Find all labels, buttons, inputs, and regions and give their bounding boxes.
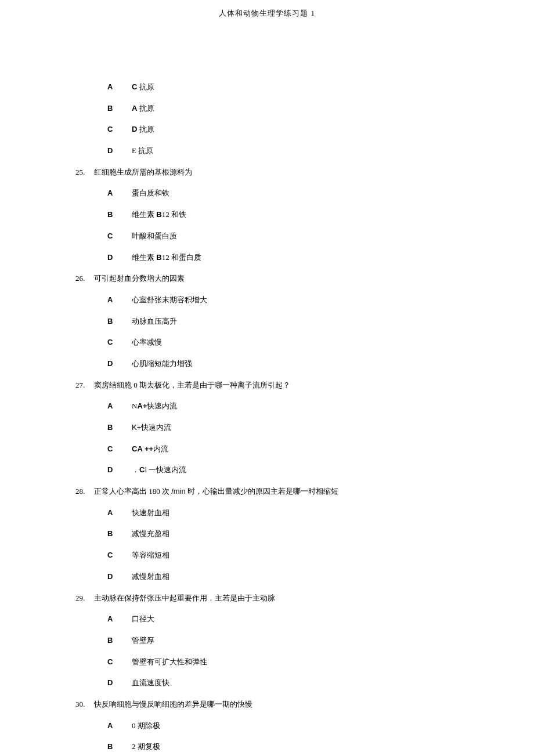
question-text: 主动脉在保持舒张压中起重要作用，主若是由于主动脉	[94, 591, 275, 606]
option-text: 维生素 B12 和蛋白质	[132, 251, 201, 265]
question-text: 快反响细胞与慢反响细胞的差异是哪一期的快慢	[94, 697, 252, 712]
option-rest: 抗原	[137, 104, 154, 113]
option-letter: C	[107, 442, 132, 457]
option-letter: D	[107, 144, 132, 158]
option-text: C 抗原	[132, 80, 154, 95]
option-letter: C	[107, 548, 132, 563]
question-row: 28.正常人心率高出 180 次 /min 时，心输出量减少的原因主若是哪一时相…	[75, 484, 476, 499]
question-text: 正常人心率高出 180 次 /min 时，心输出量减少的原因主若是哪一时相缩短	[94, 484, 338, 499]
option-row: CCA ++内流	[107, 442, 476, 457]
option-text: E 抗原	[132, 144, 153, 158]
option-text: CA ++内流	[132, 442, 168, 457]
options-block: A0 期除极B2 期复极C3 期复极D4 期自动除极	[75, 719, 476, 756]
option-rest: 抗原	[137, 125, 154, 133]
option-row: BK+快速内流	[107, 421, 476, 435]
option-text: 心室舒张末期容积增大	[132, 293, 207, 308]
option-bold-prefix: C	[132, 82, 137, 91]
option-letter: B	[107, 314, 132, 329]
options-block: A蛋白质和铁B维生素 B12 和铁C叶酸和蛋白质D维生素 B12 和蛋白质	[75, 186, 476, 265]
options-block: A口径大B管壁厚C管壁有可扩大性和弹性D血流速度快	[75, 612, 476, 690]
option-text: D 抗原	[132, 122, 154, 137]
option-letter: D	[107, 357, 132, 371]
option-text: NA+快速内流	[132, 399, 177, 414]
option-row: B维生素 B12 和铁	[107, 208, 476, 222]
option-row: C叶酸和蛋白质	[107, 229, 476, 244]
option-letter: C	[107, 655, 132, 670]
question-number: 29.	[75, 591, 94, 606]
option-rest: 抗原	[137, 82, 154, 91]
option-row: ANA+快速内流	[107, 399, 476, 414]
option-row: AC 抗原	[107, 80, 476, 95]
option-row: CD 抗原	[107, 122, 476, 137]
question-row: 30.快反响细胞与慢反响细胞的差异是哪一期的快慢	[75, 697, 476, 712]
option-letter: A	[107, 506, 132, 520]
option-row: D心肌缩短能力增强	[107, 357, 476, 371]
option-row: C等容缩短相	[107, 548, 476, 563]
option-row: C心率减慢	[107, 335, 476, 350]
option-text: ．Cl 一快速内流	[132, 463, 186, 478]
question-row: 25.红细胞生成所需的基根源料为	[75, 165, 476, 180]
question-row: 29.主动脉在保持舒张压中起重要作用，主若是由于主动脉	[75, 591, 476, 606]
option-row: A快速射血相	[107, 506, 476, 520]
option-letter: B	[107, 740, 132, 754]
option-letter: C	[107, 122, 132, 137]
option-text: 0 期除极	[132, 719, 160, 733]
options-block: A心室舒张末期容积增大B动脉血压高升C心率减慢D心肌缩短能力增强	[75, 293, 476, 371]
option-letter: B	[107, 421, 132, 435]
option-text: 减慢充盈相	[132, 527, 169, 541]
question-number: 30.	[75, 697, 94, 712]
option-text: 血流速度快	[132, 676, 169, 690]
option-letter: A	[107, 186, 132, 201]
option-text: 快速射血相	[132, 506, 169, 520]
option-text: 蛋白质和铁	[132, 186, 169, 201]
option-row: D ．Cl 一快速内流	[107, 463, 476, 478]
orphan-options-block: AC 抗原BA 抗原CD 抗原DE 抗原	[75, 80, 476, 158]
option-row: BA 抗原	[107, 102, 476, 116]
option-text: 管壁厚	[132, 634, 154, 648]
question-row: 26.可引起射血分数增大的因素	[75, 272, 476, 286]
option-letter: A	[107, 612, 132, 627]
option-text: 心率减慢	[132, 335, 162, 350]
option-row: D血流速度快	[107, 676, 476, 690]
option-text: 口径大	[132, 612, 154, 627]
option-letter: B	[107, 208, 132, 222]
option-letter: C	[107, 335, 132, 350]
option-row: D维生素 B12 和蛋白质	[107, 251, 476, 265]
option-row: B减慢充盈相	[107, 527, 476, 541]
option-letter: B	[107, 102, 132, 116]
option-text: 管壁有可扩大性和弹性	[132, 655, 207, 670]
option-row: A口径大	[107, 612, 476, 627]
question-number: 26.	[75, 272, 94, 286]
option-text: 等容缩短相	[132, 548, 169, 563]
option-bold-prefix: A	[132, 104, 137, 113]
question-number: 28.	[75, 484, 94, 499]
option-letter: D	[107, 570, 132, 584]
options-block: ANA+快速内流BK+快速内流CCA ++内流D ．Cl 一快速内流	[75, 399, 476, 478]
option-row: B管壁厚	[107, 634, 476, 648]
option-row: B动脉血压高升	[107, 314, 476, 329]
option-text: 维生素 B12 和铁	[132, 208, 186, 222]
header-title: 人体和动物生理学练习题 1	[219, 9, 315, 17]
options-block: A快速射血相B减慢充盈相C等容缩短相D减慢射血相	[75, 506, 476, 584]
option-row: D减慢射血相	[107, 570, 476, 584]
option-row: A0 期除极	[107, 719, 476, 733]
option-row: DE 抗原	[107, 144, 476, 158]
option-letter: C	[107, 229, 132, 244]
option-letter: A	[107, 719, 132, 733]
question-number: 25.	[75, 165, 94, 180]
page-header: 人体和动物生理学练习题 1	[0, 0, 534, 19]
option-letter: B	[107, 527, 132, 541]
option-row: A心室舒张末期容积增大	[107, 293, 476, 308]
option-letter: A	[107, 80, 132, 95]
option-letter: A	[107, 399, 132, 414]
question-text: 可引起射血分数增大的因素	[94, 272, 185, 286]
question-text: 红细胞生成所需的基根源料为	[94, 165, 192, 180]
option-letter: D	[107, 676, 132, 690]
option-bold-prefix: D	[132, 125, 137, 133]
option-text: K+快速内流	[132, 421, 171, 435]
document-content: AC 抗原BA 抗原CD 抗原DE 抗原25.红细胞生成所需的基根源料为A蛋白质…	[0, 19, 534, 756]
option-letter: D	[107, 251, 132, 265]
option-text: 叶酸和蛋白质	[132, 229, 177, 244]
option-row: C管壁有可扩大性和弹性	[107, 655, 476, 670]
option-text: 减慢射血相	[132, 570, 169, 584]
